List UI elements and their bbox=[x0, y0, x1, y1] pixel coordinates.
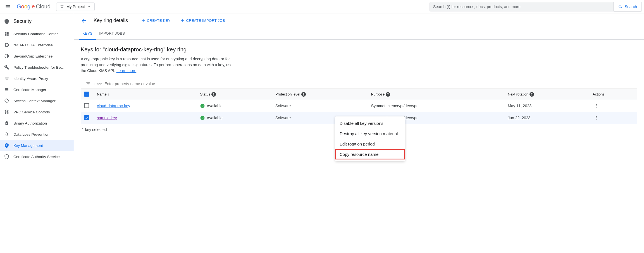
sidebar-item-label: BeyondCorp Enterprise bbox=[13, 54, 53, 58]
project-selector[interactable]: My Project bbox=[56, 3, 95, 11]
sidebar-item-label: Policy Troubleshooter for Be… bbox=[13, 65, 65, 70]
protection-value: Software bbox=[272, 100, 368, 112]
recaptcha-icon bbox=[4, 42, 9, 48]
col-protection[interactable]: Protection level? bbox=[272, 89, 368, 100]
rotation-value: Jun 22, 2023 bbox=[504, 112, 589, 124]
project-icon bbox=[60, 4, 64, 9]
svg-point-3 bbox=[5, 133, 8, 135]
google-cloud-logo[interactable]: Google Cloud bbox=[17, 3, 51, 10]
tabs: KEYS IMPORT JOBS bbox=[74, 28, 644, 40]
row-context-menu: Disable all key versions Destroy all key… bbox=[335, 116, 405, 161]
sidebar-item-label: Certificate Manager bbox=[13, 88, 46, 92]
create-import-job-button[interactable]: CREATE IMPORT JOB bbox=[180, 18, 225, 23]
content-heading: Keys for "cloud-dataproc-key-ring" key r… bbox=[81, 46, 637, 53]
svg-point-1 bbox=[62, 5, 63, 6]
sidebar-item-label: Access Context Manager bbox=[13, 99, 56, 103]
check-circle-icon bbox=[200, 115, 205, 120]
sidebar-item-key-management[interactable]: Key Management bbox=[0, 140, 74, 151]
main-content: Key ring details CREATE KEY CREATE IMPOR… bbox=[74, 13, 644, 253]
col-purpose[interactable]: Purpose? bbox=[368, 89, 505, 100]
help-icon[interactable]: ? bbox=[301, 92, 306, 97]
iap-icon bbox=[4, 76, 9, 81]
tab-keys[interactable]: KEYS bbox=[79, 28, 96, 40]
menu-edit-rotation[interactable]: Edit rotation period bbox=[335, 139, 405, 149]
sidebar-item-policy[interactable]: Policy Troubleshooter for Be… bbox=[0, 62, 74, 73]
beyondcorp-icon bbox=[4, 53, 9, 59]
back-arrow-icon[interactable] bbox=[79, 16, 89, 25]
certificate-icon bbox=[4, 87, 9, 92]
sidebar-item-scc[interactable]: Security Command Center bbox=[0, 28, 74, 39]
rotation-value: May 11, 2023 bbox=[504, 100, 589, 112]
search-input[interactable]: Search (/) for resources, docs, products… bbox=[430, 2, 614, 11]
search-icon bbox=[618, 4, 623, 9]
hamburger-menu-icon[interactable] bbox=[2, 1, 13, 12]
learn-more-link[interactable]: Learn more bbox=[116, 68, 137, 73]
dashboard-icon bbox=[4, 31, 9, 37]
cas-icon bbox=[4, 154, 9, 159]
help-icon[interactable]: ? bbox=[211, 92, 216, 97]
key-shield-icon bbox=[4, 143, 9, 148]
status-cell: Available bbox=[200, 115, 269, 120]
search-container: Search (/) for resources, docs, products… bbox=[430, 2, 642, 12]
filter-icon[interactable] bbox=[86, 81, 91, 86]
content-area: Keys for "cloud-dataproc-key-ring" key r… bbox=[74, 40, 644, 253]
sidebar-item-label: Binary Authorization bbox=[13, 121, 47, 125]
filter-input[interactable] bbox=[104, 82, 632, 86]
col-actions: Actions bbox=[589, 89, 637, 100]
content-description: A cryptographic key is a resource that i… bbox=[81, 56, 237, 74]
search-placeholder: Search (/) for resources, docs, products… bbox=[433, 4, 521, 9]
help-icon[interactable]: ? bbox=[386, 92, 390, 97]
sidebar-item-beyondcorp[interactable]: BeyondCorp Enterprise bbox=[0, 51, 74, 62]
help-icon[interactable]: ? bbox=[529, 92, 534, 97]
logo-google: Google bbox=[17, 3, 35, 10]
sidebar-item-cert-manager[interactable]: Certificate Manager bbox=[0, 84, 74, 95]
diamond-icon bbox=[4, 98, 9, 104]
plus-icon bbox=[141, 18, 146, 23]
sidebar-header: Security bbox=[0, 16, 74, 28]
filter-bar: Filter bbox=[81, 79, 637, 89]
sidebar-item-label: Identity-Aware Proxy bbox=[13, 77, 48, 81]
sidebar-item-label: Security Command Center bbox=[13, 32, 58, 36]
menu-disable-versions[interactable]: Disable all key versions bbox=[335, 118, 405, 128]
create-key-button[interactable]: CREATE KEY bbox=[141, 18, 170, 23]
sidebar-item-vpc[interactable]: VPC Service Controls bbox=[0, 106, 74, 118]
sort-arrow-icon: ↑ bbox=[108, 92, 110, 96]
sidebar-item-cas[interactable]: Certificate Authority Service bbox=[0, 151, 74, 162]
sidebar-item-label: reCAPTCHA Enterprise bbox=[13, 43, 53, 47]
key-name-link[interactable]: sample-key bbox=[97, 116, 117, 120]
sidebar-item-label: Certificate Authority Service bbox=[13, 155, 60, 159]
sidebar-item-iap[interactable]: Identity-Aware Proxy bbox=[0, 73, 74, 84]
row-actions-button[interactable] bbox=[593, 114, 600, 121]
wrench-icon bbox=[4, 65, 9, 70]
row-checkbox[interactable] bbox=[84, 103, 89, 108]
sidebar-title: Security bbox=[13, 18, 32, 24]
filter-label: Filter bbox=[94, 82, 102, 86]
key-name-link[interactable]: cloud-dataproc-key bbox=[97, 104, 130, 108]
menu-destroy-material[interactable]: Destroy all key version material bbox=[335, 128, 405, 139]
sidebar-item-dlp[interactable]: Data Loss Prevention bbox=[0, 129, 74, 140]
row-actions-button[interactable] bbox=[593, 102, 600, 109]
row-checkbox[interactable] bbox=[84, 115, 89, 120]
sidebar-item-binary-auth[interactable]: Binary Authorization bbox=[0, 118, 74, 129]
sidebar-item-label: VPC Service Controls bbox=[13, 110, 50, 114]
svg-point-4 bbox=[201, 104, 205, 108]
page-topbar: Key ring details CREATE KEY CREATE IMPOR… bbox=[74, 13, 644, 28]
layers-icon bbox=[4, 109, 9, 115]
logo-cloud: Cloud bbox=[36, 3, 51, 10]
select-all-checkbox[interactable] bbox=[84, 92, 89, 97]
col-rotation[interactable]: Next rotation? bbox=[504, 89, 589, 100]
status-cell: Available bbox=[200, 103, 269, 108]
sidebar-item-recaptcha[interactable]: reCAPTCHA Enterprise bbox=[0, 39, 74, 51]
col-name[interactable]: Name↑ bbox=[94, 89, 197, 100]
tab-import-jobs[interactable]: IMPORT JOBS bbox=[96, 28, 128, 39]
global-header: Google Cloud My Project Search (/) for r… bbox=[0, 0, 644, 13]
page-title: Key ring details bbox=[94, 18, 128, 23]
sidebar-item-label: Key Management bbox=[13, 144, 43, 148]
menu-copy-resource-name[interactable]: Copy resource name bbox=[335, 149, 405, 159]
sidebar: Security Security Command Center reCAPTC… bbox=[0, 13, 74, 253]
search-button[interactable]: Search bbox=[614, 2, 642, 12]
search-button-label: Search bbox=[625, 4, 637, 9]
col-status[interactable]: Status? bbox=[197, 89, 272, 100]
svg-point-0 bbox=[60, 5, 61, 6]
sidebar-item-access-context[interactable]: Access Context Manager bbox=[0, 95, 74, 106]
